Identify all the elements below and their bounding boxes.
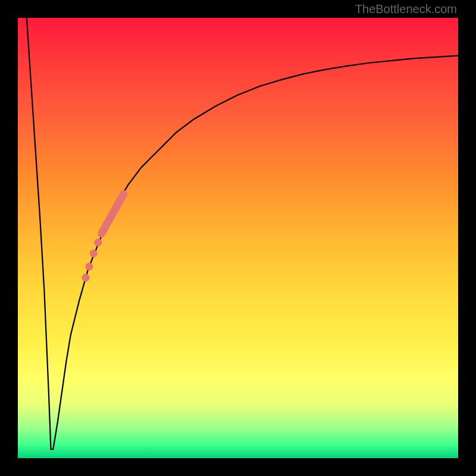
highlight-segment: [102, 194, 124, 234]
plot-area: [18, 18, 458, 458]
dot-4: [82, 274, 89, 281]
curve-layer: [27, 18, 458, 449]
chart-frame: TheBottleneck.com: [0, 0, 476, 476]
watermark-text: TheBottleneck.com: [355, 2, 457, 16]
bottleneck-curve: [27, 18, 458, 449]
dot-3: [85, 263, 93, 271]
dot-2: [90, 249, 98, 257]
marker-layer: [82, 194, 123, 281]
chart-svg: [18, 18, 458, 458]
dot-1: [94, 239, 102, 246]
